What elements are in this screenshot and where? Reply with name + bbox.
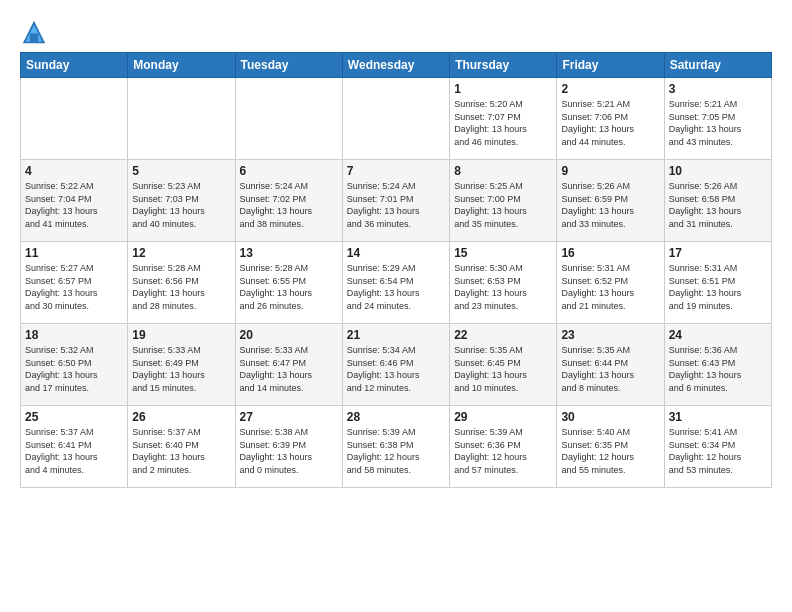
day-number: 17 xyxy=(669,246,767,260)
day-cell: 1Sunrise: 5:20 AM Sunset: 7:07 PM Daylig… xyxy=(450,78,557,160)
day-cell: 13Sunrise: 5:28 AM Sunset: 6:55 PM Dayli… xyxy=(235,242,342,324)
day-header-thursday: Thursday xyxy=(450,53,557,78)
day-cell: 26Sunrise: 5:37 AM Sunset: 6:40 PM Dayli… xyxy=(128,406,235,488)
week-row-3: 11Sunrise: 5:27 AM Sunset: 6:57 PM Dayli… xyxy=(21,242,772,324)
week-row-2: 4Sunrise: 5:22 AM Sunset: 7:04 PM Daylig… xyxy=(21,160,772,242)
day-number: 31 xyxy=(669,410,767,424)
day-info: Sunrise: 5:33 AM Sunset: 6:47 PM Dayligh… xyxy=(240,344,338,394)
day-cell: 16Sunrise: 5:31 AM Sunset: 6:52 PM Dayli… xyxy=(557,242,664,324)
day-header-tuesday: Tuesday xyxy=(235,53,342,78)
day-info: Sunrise: 5:27 AM Sunset: 6:57 PM Dayligh… xyxy=(25,262,123,312)
calendar-table: SundayMondayTuesdayWednesdayThursdayFrid… xyxy=(20,52,772,488)
day-cell: 31Sunrise: 5:41 AM Sunset: 6:34 PM Dayli… xyxy=(664,406,771,488)
day-info: Sunrise: 5:24 AM Sunset: 7:01 PM Dayligh… xyxy=(347,180,445,230)
day-info: Sunrise: 5:23 AM Sunset: 7:03 PM Dayligh… xyxy=(132,180,230,230)
page: SundayMondayTuesdayWednesdayThursdayFrid… xyxy=(0,0,792,498)
day-info: Sunrise: 5:21 AM Sunset: 7:06 PM Dayligh… xyxy=(561,98,659,148)
day-number: 12 xyxy=(132,246,230,260)
day-cell: 15Sunrise: 5:30 AM Sunset: 6:53 PM Dayli… xyxy=(450,242,557,324)
day-header-wednesday: Wednesday xyxy=(342,53,449,78)
day-info: Sunrise: 5:39 AM Sunset: 6:36 PM Dayligh… xyxy=(454,426,552,476)
day-header-friday: Friday xyxy=(557,53,664,78)
day-cell: 23Sunrise: 5:35 AM Sunset: 6:44 PM Dayli… xyxy=(557,324,664,406)
day-number: 13 xyxy=(240,246,338,260)
day-info: Sunrise: 5:29 AM Sunset: 6:54 PM Dayligh… xyxy=(347,262,445,312)
day-info: Sunrise: 5:35 AM Sunset: 6:44 PM Dayligh… xyxy=(561,344,659,394)
day-cell: 20Sunrise: 5:33 AM Sunset: 6:47 PM Dayli… xyxy=(235,324,342,406)
day-number: 7 xyxy=(347,164,445,178)
day-info: Sunrise: 5:32 AM Sunset: 6:50 PM Dayligh… xyxy=(25,344,123,394)
day-info: Sunrise: 5:31 AM Sunset: 6:52 PM Dayligh… xyxy=(561,262,659,312)
day-number: 27 xyxy=(240,410,338,424)
day-cell: 2Sunrise: 5:21 AM Sunset: 7:06 PM Daylig… xyxy=(557,78,664,160)
logo xyxy=(20,18,52,46)
day-number: 25 xyxy=(25,410,123,424)
day-info: Sunrise: 5:25 AM Sunset: 7:00 PM Dayligh… xyxy=(454,180,552,230)
week-row-1: 1Sunrise: 5:20 AM Sunset: 7:07 PM Daylig… xyxy=(21,78,772,160)
day-info: Sunrise: 5:20 AM Sunset: 7:07 PM Dayligh… xyxy=(454,98,552,148)
day-cell xyxy=(21,78,128,160)
day-cell: 30Sunrise: 5:40 AM Sunset: 6:35 PM Dayli… xyxy=(557,406,664,488)
day-number: 30 xyxy=(561,410,659,424)
day-number: 14 xyxy=(347,246,445,260)
day-number: 21 xyxy=(347,328,445,342)
day-cell: 12Sunrise: 5:28 AM Sunset: 6:56 PM Dayli… xyxy=(128,242,235,324)
day-info: Sunrise: 5:34 AM Sunset: 6:46 PM Dayligh… xyxy=(347,344,445,394)
day-info: Sunrise: 5:38 AM Sunset: 6:39 PM Dayligh… xyxy=(240,426,338,476)
day-number: 9 xyxy=(561,164,659,178)
day-cell: 28Sunrise: 5:39 AM Sunset: 6:38 PM Dayli… xyxy=(342,406,449,488)
header xyxy=(20,18,772,46)
day-cell: 7Sunrise: 5:24 AM Sunset: 7:01 PM Daylig… xyxy=(342,160,449,242)
logo-icon xyxy=(20,18,48,46)
day-info: Sunrise: 5:37 AM Sunset: 6:40 PM Dayligh… xyxy=(132,426,230,476)
day-info: Sunrise: 5:24 AM Sunset: 7:02 PM Dayligh… xyxy=(240,180,338,230)
day-info: Sunrise: 5:39 AM Sunset: 6:38 PM Dayligh… xyxy=(347,426,445,476)
day-number: 1 xyxy=(454,82,552,96)
day-number: 8 xyxy=(454,164,552,178)
day-cell: 6Sunrise: 5:24 AM Sunset: 7:02 PM Daylig… xyxy=(235,160,342,242)
day-cell: 21Sunrise: 5:34 AM Sunset: 6:46 PM Dayli… xyxy=(342,324,449,406)
day-info: Sunrise: 5:41 AM Sunset: 6:34 PM Dayligh… xyxy=(669,426,767,476)
day-number: 5 xyxy=(132,164,230,178)
day-number: 4 xyxy=(25,164,123,178)
day-cell: 17Sunrise: 5:31 AM Sunset: 6:51 PM Dayli… xyxy=(664,242,771,324)
day-cell: 22Sunrise: 5:35 AM Sunset: 6:45 PM Dayli… xyxy=(450,324,557,406)
day-number: 26 xyxy=(132,410,230,424)
day-cell: 19Sunrise: 5:33 AM Sunset: 6:49 PM Dayli… xyxy=(128,324,235,406)
day-info: Sunrise: 5:28 AM Sunset: 6:56 PM Dayligh… xyxy=(132,262,230,312)
day-cell: 8Sunrise: 5:25 AM Sunset: 7:00 PM Daylig… xyxy=(450,160,557,242)
day-info: Sunrise: 5:31 AM Sunset: 6:51 PM Dayligh… xyxy=(669,262,767,312)
day-info: Sunrise: 5:40 AM Sunset: 6:35 PM Dayligh… xyxy=(561,426,659,476)
day-number: 2 xyxy=(561,82,659,96)
day-number: 20 xyxy=(240,328,338,342)
day-info: Sunrise: 5:37 AM Sunset: 6:41 PM Dayligh… xyxy=(25,426,123,476)
day-cell: 5Sunrise: 5:23 AM Sunset: 7:03 PM Daylig… xyxy=(128,160,235,242)
day-info: Sunrise: 5:36 AM Sunset: 6:43 PM Dayligh… xyxy=(669,344,767,394)
day-cell xyxy=(235,78,342,160)
day-number: 10 xyxy=(669,164,767,178)
day-cell: 9Sunrise: 5:26 AM Sunset: 6:59 PM Daylig… xyxy=(557,160,664,242)
day-cell: 27Sunrise: 5:38 AM Sunset: 6:39 PM Dayli… xyxy=(235,406,342,488)
day-number: 18 xyxy=(25,328,123,342)
day-number: 15 xyxy=(454,246,552,260)
day-number: 6 xyxy=(240,164,338,178)
day-cell: 14Sunrise: 5:29 AM Sunset: 6:54 PM Dayli… xyxy=(342,242,449,324)
day-cell: 25Sunrise: 5:37 AM Sunset: 6:41 PM Dayli… xyxy=(21,406,128,488)
header-row: SundayMondayTuesdayWednesdayThursdayFrid… xyxy=(21,53,772,78)
week-row-4: 18Sunrise: 5:32 AM Sunset: 6:50 PM Dayli… xyxy=(21,324,772,406)
day-number: 22 xyxy=(454,328,552,342)
day-info: Sunrise: 5:28 AM Sunset: 6:55 PM Dayligh… xyxy=(240,262,338,312)
day-number: 28 xyxy=(347,410,445,424)
day-info: Sunrise: 5:22 AM Sunset: 7:04 PM Dayligh… xyxy=(25,180,123,230)
day-header-saturday: Saturday xyxy=(664,53,771,78)
day-cell: 3Sunrise: 5:21 AM Sunset: 7:05 PM Daylig… xyxy=(664,78,771,160)
day-number: 3 xyxy=(669,82,767,96)
day-number: 24 xyxy=(669,328,767,342)
day-header-sunday: Sunday xyxy=(21,53,128,78)
day-header-monday: Monday xyxy=(128,53,235,78)
day-cell: 24Sunrise: 5:36 AM Sunset: 6:43 PM Dayli… xyxy=(664,324,771,406)
day-info: Sunrise: 5:35 AM Sunset: 6:45 PM Dayligh… xyxy=(454,344,552,394)
day-info: Sunrise: 5:21 AM Sunset: 7:05 PM Dayligh… xyxy=(669,98,767,148)
day-cell xyxy=(128,78,235,160)
day-cell: 29Sunrise: 5:39 AM Sunset: 6:36 PM Dayli… xyxy=(450,406,557,488)
